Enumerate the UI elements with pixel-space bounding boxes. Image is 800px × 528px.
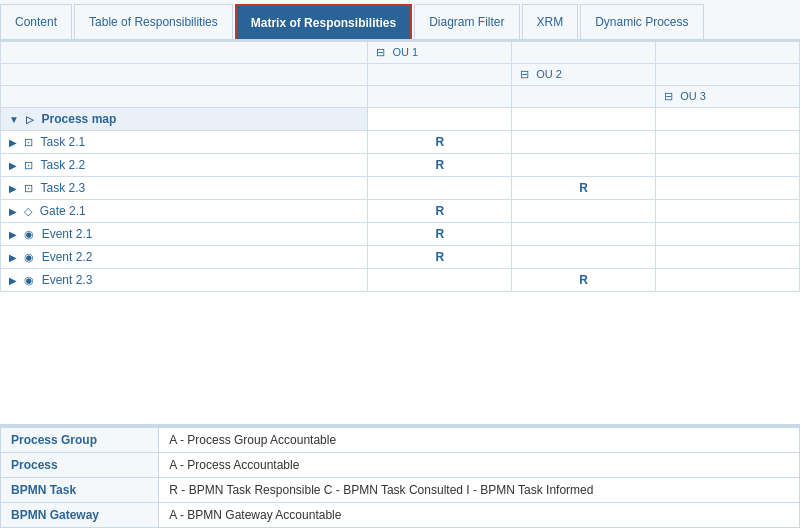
table-row: ▶ Task 2.1 R bbox=[1, 131, 800, 154]
table-row: ▶ Task 2.2 R bbox=[1, 154, 800, 177]
gate-icon bbox=[24, 205, 32, 217]
ou2-label-spacer bbox=[1, 64, 368, 86]
event-2-1-ou1: R bbox=[368, 223, 512, 246]
task-2-3-ou3 bbox=[656, 177, 800, 200]
matrix-table: OU 1 OU 2 bbox=[0, 41, 800, 292]
legend-row-bpmn-task: BPMN Task R - BPMN Task Responsible C - … bbox=[1, 478, 800, 503]
process-map-cell-2 bbox=[512, 108, 656, 131]
event-2-2-label: ▶ Event 2.2 bbox=[1, 246, 368, 269]
table-row: ▶ Event 2.2 R bbox=[1, 246, 800, 269]
legend-table: Process Group A - Process Group Accounta… bbox=[0, 427, 800, 528]
process-map-icon bbox=[26, 113, 34, 125]
event-2-3-ou3 bbox=[656, 269, 800, 292]
expand-icon[interactable]: ▶ bbox=[9, 160, 17, 171]
event-2-1-ou3 bbox=[656, 223, 800, 246]
legend-label-process-group: Process Group bbox=[1, 428, 159, 453]
event-icon bbox=[24, 274, 34, 286]
task-2-2-ou2 bbox=[512, 154, 656, 177]
event-2-2-ou1: R bbox=[368, 246, 512, 269]
ou3-header-row: OU 3 bbox=[1, 86, 800, 108]
gate-2-1-ou3 bbox=[656, 200, 800, 223]
tab-xrm[interactable]: XRM bbox=[522, 4, 579, 39]
ou1-empty1 bbox=[512, 42, 656, 64]
table-row: ▼ Process map bbox=[1, 108, 800, 131]
table-row: ▶ Event 2.3 R bbox=[1, 269, 800, 292]
event-2-3-ou2: R bbox=[512, 269, 656, 292]
legend-label-process: Process bbox=[1, 453, 159, 478]
gate-2-1-label: ▶ Gate 2.1 bbox=[1, 200, 368, 223]
tabs-container: Content Table of Responsibilities Matrix… bbox=[0, 0, 800, 41]
task-2-3-text: Task 2.3 bbox=[40, 181, 85, 195]
expand-icon[interactable]: ▼ bbox=[9, 114, 19, 125]
main-content: OU 1 OU 2 bbox=[0, 41, 800, 528]
table-row: ▶ Task 2.3 R bbox=[1, 177, 800, 200]
expand-icon[interactable]: ▶ bbox=[9, 183, 17, 194]
ou1-header-row: OU 1 bbox=[1, 42, 800, 64]
task-2-1-ou1: R bbox=[368, 131, 512, 154]
event-2-2-ou2 bbox=[512, 246, 656, 269]
task-icon bbox=[24, 182, 33, 194]
task-2-2-text: Task 2.2 bbox=[40, 158, 85, 172]
expand-icon[interactable]: ▶ bbox=[9, 229, 17, 240]
legend-row-bpmn-gateway: BPMN Gateway A - BPMN Gateway Accountabl… bbox=[1, 503, 800, 528]
event-2-1-ou2 bbox=[512, 223, 656, 246]
tab-table-of-responsibilities[interactable]: Table of Responsibilities bbox=[74, 4, 233, 39]
process-map-cell-1 bbox=[368, 108, 512, 131]
tab-diagram-filter[interactable]: Diagram Filter bbox=[414, 4, 519, 39]
process-map-label: ▼ Process map bbox=[1, 108, 368, 131]
ou2-header-row: OU 2 bbox=[1, 64, 800, 86]
legend-label-bpmn-gateway: BPMN Gateway bbox=[1, 503, 159, 528]
table-row: ▶ Event 2.1 R bbox=[1, 223, 800, 246]
ou2-empty2 bbox=[656, 64, 800, 86]
gate-2-1-ou2 bbox=[512, 200, 656, 223]
ou1-empty2 bbox=[656, 42, 800, 64]
legend-row-process: Process A - Process Accountable bbox=[1, 453, 800, 478]
ou3-icon bbox=[664, 90, 677, 102]
legend-area: Process Group A - Process Group Accounta… bbox=[0, 425, 800, 528]
task-2-3-label: ▶ Task 2.3 bbox=[1, 177, 368, 200]
ou1-icon bbox=[376, 46, 389, 58]
task-2-2-label: ▶ Task 2.2 bbox=[1, 154, 368, 177]
ou1-header: OU 1 bbox=[368, 42, 512, 64]
legend-value-process-group: A - Process Group Accountable bbox=[159, 428, 800, 453]
task-icon bbox=[24, 136, 33, 148]
event-2-1-text: Event 2.1 bbox=[42, 227, 93, 241]
expand-icon[interactable]: ▶ bbox=[9, 275, 17, 286]
expand-icon[interactable]: ▶ bbox=[9, 252, 17, 263]
tab-content[interactable]: Content bbox=[0, 4, 72, 39]
process-map-text: Process map bbox=[42, 112, 117, 126]
legend-value-bpmn-task: R - BPMN Task Responsible C - BPMN Task … bbox=[159, 478, 800, 503]
ou2-icon bbox=[520, 68, 533, 80]
matrix-area[interactable]: OU 1 OU 2 bbox=[0, 41, 800, 425]
tab-matrix-of-responsibilities[interactable]: Matrix of Responsibilities bbox=[235, 4, 412, 39]
task-2-1-ou3 bbox=[656, 131, 800, 154]
gate-2-1-text: Gate 2.1 bbox=[40, 204, 86, 218]
event-2-2-ou3 bbox=[656, 246, 800, 269]
ou3-empty bbox=[368, 86, 512, 108]
ou3-text: OU 3 bbox=[680, 90, 706, 102]
ou2-text: OU 2 bbox=[536, 68, 562, 80]
event-2-3-ou1 bbox=[368, 269, 512, 292]
legend-value-process: A - Process Accountable bbox=[159, 453, 800, 478]
tab-dynamic-process[interactable]: Dynamic Process bbox=[580, 4, 703, 39]
table-row: ▶ Gate 2.1 R bbox=[1, 200, 800, 223]
event-2-3-text: Event 2.3 bbox=[42, 273, 93, 287]
event-icon bbox=[24, 251, 34, 263]
ou3-label-spacer bbox=[1, 86, 368, 108]
task-2-1-text: Task 2.1 bbox=[40, 135, 85, 149]
task-2-2-ou3 bbox=[656, 154, 800, 177]
ou1-text: OU 1 bbox=[392, 46, 418, 58]
tab-bar: Content Table of Responsibilities Matrix… bbox=[0, 0, 800, 41]
expand-icon[interactable]: ▶ bbox=[9, 206, 17, 217]
legend-row-process-group: Process Group A - Process Group Accounta… bbox=[1, 428, 800, 453]
gate-2-1-ou1: R bbox=[368, 200, 512, 223]
event-icon bbox=[24, 228, 34, 240]
expand-icon[interactable]: ▶ bbox=[9, 137, 17, 148]
event-2-2-text: Event 2.2 bbox=[42, 250, 93, 264]
task-icon bbox=[24, 159, 33, 171]
task-2-1-label: ▶ Task 2.1 bbox=[1, 131, 368, 154]
ou3-empty2 bbox=[512, 86, 656, 108]
ou3-header: OU 3 bbox=[656, 86, 800, 108]
legend-value-bpmn-gateway: A - BPMN Gateway Accountable bbox=[159, 503, 800, 528]
process-map-cell-3 bbox=[656, 108, 800, 131]
